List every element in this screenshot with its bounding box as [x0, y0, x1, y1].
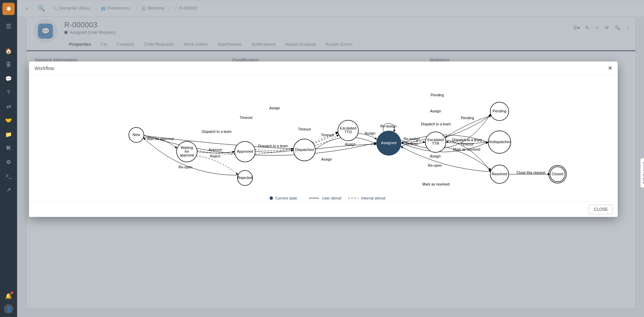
transition-label: Mark as resolved — [453, 147, 480, 151]
record-tab[interactable]: Attachments — [213, 38, 247, 50]
state-label: Redispatched — [488, 140, 511, 144]
transition-label: Re-open — [428, 163, 442, 167]
transition-label: Approve — [208, 148, 222, 152]
search-in-record-button[interactable]: 🔍 — [615, 25, 620, 30]
transition-label: Assign — [321, 157, 332, 161]
state-label: Dispatched — [295, 148, 314, 152]
record-toolbar: ☰▾ ✎ ＋ ⟳ 🔍 ⋮ — [567, 25, 631, 31]
record-tabs: PropertiesCIsContactsChild RequestsWork … — [64, 38, 629, 50]
transition-label: Dispatch to a team — [202, 129, 232, 134]
record-tab[interactable]: CIs — [96, 38, 112, 50]
chat-icon[interactable]: 💬 — [5, 75, 12, 82]
search-button[interactable]: 🔍 — [38, 4, 45, 12]
breadcrumb-item[interactable]: 📄R-000003 — [173, 6, 197, 11]
more-menu[interactable]: ⋮ — [626, 25, 631, 30]
breadcrumb-item[interactable]: 🔍Demande Utilisa... — [53, 6, 93, 11]
workflow-transition — [197, 152, 235, 153]
svg-text:Current state: Current state — [275, 196, 297, 200]
status-extra: (User Request) — [88, 30, 115, 35]
transition-label: Assign — [269, 106, 280, 110]
transition-label: Dispatch to a team — [258, 144, 288, 148]
transition-label: Timeout — [321, 133, 334, 137]
record-type-icon: 💬 — [33, 19, 57, 43]
modal-title: Workflow — [35, 66, 54, 71]
svg-text:User stimuli: User stimuli — [322, 196, 341, 200]
top-toolbar: ＋ 🔍 🔍Demande Utilisa...›👥Preferences...›… — [17, 0, 644, 16]
record-tab[interactable]: Properties — [64, 38, 96, 50]
gear-icon[interactable]: ⚙ — [6, 159, 11, 165]
transition-label: Mark as resolved — [422, 182, 450, 186]
share-icon[interactable]: ↗ — [6, 187, 11, 193]
workflow-transition — [196, 156, 238, 175]
state-label: Rejected — [237, 176, 252, 180]
state-label: Assigned — [381, 141, 396, 145]
transition-label: Assign — [430, 154, 441, 158]
terminal-icon[interactable]: >_ — [5, 173, 12, 179]
transition-label: Close this request — [517, 170, 545, 175]
record-tab[interactable]: Child Requests — [139, 38, 179, 50]
record-title: R-000003 — [64, 20, 629, 29]
record-tab[interactable]: Work orders — [179, 38, 213, 50]
modal-close-button[interactable]: CLOSE — [589, 205, 613, 214]
transition-label: Assign — [365, 131, 375, 135]
state-label: New — [133, 133, 140, 137]
record-tab[interactable]: Impact Analysis — [280, 38, 321, 50]
state-label: Approved — [237, 149, 253, 153]
state-label: TTR — [432, 141, 439, 146]
transition-label: Re-open — [179, 165, 192, 169]
edit-button[interactable]: ✎ — [585, 25, 589, 30]
workflow-diagram: AssignWait for approvalDispatch to a tea… — [29, 75, 618, 202]
breadcrumb-item[interactable]: 👥Preferences... — [101, 6, 133, 11]
help-icon[interactable]: ? — [7, 89, 10, 96]
chat-bubble-icon: 💬 — [38, 24, 53, 39]
state-label: Closed — [552, 172, 563, 176]
breadcrumb-item[interactable]: 🏠Welcome — [141, 6, 165, 11]
transition-label: Reject — [210, 154, 220, 158]
transition-label: Timeout — [298, 127, 311, 131]
record-tab[interactable]: Known Errors — [321, 38, 357, 50]
bell-icon[interactable]: 🔔 — [5, 293, 12, 299]
record-status: Assigned (User Request) — [64, 30, 629, 35]
status-dot-icon — [64, 31, 68, 34]
transition-label: Dispatch to a team — [421, 122, 451, 126]
state-label: Pending — [493, 109, 506, 113]
transition-label: Re-assign — [380, 124, 396, 128]
add-button[interactable]: ＋ — [24, 4, 30, 12]
transition-label: Timeout — [239, 115, 252, 120]
data-icon[interactable]: 🗄 — [6, 62, 11, 68]
state-label: TTO — [344, 130, 352, 134]
transition-label: Assign — [430, 109, 441, 113]
record-tab[interactable]: Contacts — [112, 38, 139, 50]
activity-panel-tab[interactable]: Activity panel — [641, 158, 644, 188]
transition-label: Pending — [461, 116, 474, 120]
filter-button[interactable]: ☰▾ — [573, 25, 580, 30]
transition-label: Timeout — [461, 142, 474, 146]
home-icon[interactable]: 🏠 — [5, 48, 12, 54]
app-logo[interactable]: ✱ — [2, 3, 15, 15]
breadcrumbs: 🔍Demande Utilisa...›👥Preferences...›🏠Wel… — [53, 6, 201, 11]
transition-label: Re-assign — [403, 137, 420, 141]
add-child-button[interactable]: ＋ — [595, 25, 600, 31]
svg-text:Internal stimuli: Internal stimuli — [361, 196, 385, 200]
state-label: approval — [180, 153, 194, 157]
state-label: Resolved — [492, 172, 507, 176]
folder-icon[interactable]: 📁 — [5, 131, 12, 138]
left-rail: ✱ ☰ 🏠 🗄 💬 ? ⇄ 🤝 📁 🛠 ⚙ >_ ↗ 🔔 👤 — [0, 0, 17, 317]
record-tab[interactable]: Notifications — [247, 38, 280, 50]
transition-label: Pending — [431, 93, 444, 97]
transfer-icon[interactable]: ⇄ — [6, 103, 11, 110]
tools-icon[interactable]: 🛠 — [6, 145, 11, 151]
svg-point-1 — [270, 196, 273, 200]
workflow-modal: Workflow ✕ AssignWait for approvalDispat… — [29, 61, 618, 217]
user-avatar[interactable]: 👤 — [4, 304, 13, 314]
modal-close-icon[interactable]: ✕ — [608, 65, 612, 71]
hamburger-icon[interactable]: ☰ — [6, 23, 11, 30]
refresh-button[interactable]: ⟳ — [605, 25, 609, 30]
status-label: Assigned — [70, 30, 86, 35]
handshake-icon[interactable]: 🤝 — [5, 117, 12, 124]
transition-label: Assign — [345, 142, 356, 146]
